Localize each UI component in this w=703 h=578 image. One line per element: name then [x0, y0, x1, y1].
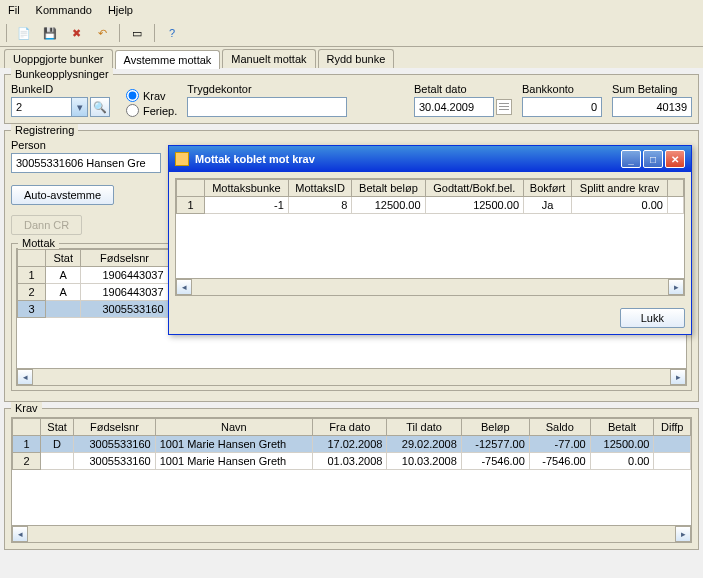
bunkeid-search-icon[interactable]: 🔍	[90, 97, 110, 117]
lukk-button[interactable]: Lukk	[620, 308, 685, 328]
bankkonto-label: Bankkonto	[522, 83, 602, 95]
dialog-title: Mottak koblet mot krav	[195, 153, 315, 165]
bunke-fieldset: Bunkeopplysninger BunkeID ▾ 🔍 Krav Ferie…	[4, 74, 699, 124]
radio-feriep[interactable]: Feriep.	[126, 104, 177, 117]
dlg-h-bb[interactable]: Betalt beløp	[352, 180, 425, 197]
krav-h-diff[interactable]: Diffp	[654, 419, 691, 436]
mottak-legend: Mottak	[18, 237, 59, 249]
scrollbar-horizontal[interactable]	[33, 369, 670, 385]
betalt-input[interactable]	[414, 97, 494, 117]
person-input[interactable]	[11, 153, 161, 173]
tab-uoppgjorte[interactable]: Uoppgjorte bunker	[4, 49, 113, 68]
tab-strip: Uoppgjorte bunker Avstemme mottak Manuel…	[0, 47, 703, 68]
table-row[interactable]: 2 3005533160 1001 Marie Hansen Greth 01.…	[13, 453, 691, 470]
new-doc-icon[interactable]: 📄	[13, 22, 35, 44]
undo-icon[interactable]: ↶	[91, 22, 113, 44]
trygdekontor-label: Trygdekontor	[187, 83, 404, 95]
scroll-right-icon[interactable]: ▸	[670, 369, 686, 385]
scrollbar-horizontal[interactable]	[28, 526, 675, 542]
krav-h-fra[interactable]: Fra dato	[313, 419, 387, 436]
toolbar: 📄 💾 ✖ ↶ ▭ ?	[0, 20, 703, 47]
krav-legend: Krav	[11, 402, 42, 414]
sum-label: Sum Betaling	[612, 83, 692, 95]
scroll-right-icon[interactable]: ▸	[675, 526, 691, 542]
krav-h-til[interactable]: Til dato	[387, 419, 461, 436]
mottak-h-stat[interactable]: Stat	[46, 250, 81, 267]
help-icon[interactable]: ?	[161, 22, 183, 44]
dann-cr-button: Dann CR	[11, 215, 82, 235]
bunkeid-input[interactable]	[11, 97, 71, 117]
reg-legend: Registrering	[11, 124, 78, 136]
bankkonto-input[interactable]	[522, 97, 602, 117]
krav-h-navn[interactable]: Navn	[155, 419, 312, 436]
menu-command[interactable]: Kommando	[36, 4, 92, 16]
close-button[interactable]: ✕	[665, 150, 685, 168]
dlg-h-mb[interactable]: Mottaksbunke	[205, 180, 289, 197]
betalt-label: Betalt dato	[414, 83, 512, 95]
table-row[interactable]: 1 D 3005533160 1001 Marie Hansen Greth 1…	[13, 436, 691, 453]
krav-h-fnr[interactable]: Fødselsnr	[74, 419, 156, 436]
bunke-legend: Bunkeopplysninger	[11, 68, 113, 80]
krav-grid[interactable]: Stat Fødselsnr Navn Fra dato Til dato Be…	[11, 417, 692, 543]
scrollbar-horizontal[interactable]	[192, 279, 668, 295]
mottak-h-fnr[interactable]: Fødselsnr	[81, 250, 168, 267]
menu-file[interactable]: Fil	[8, 4, 20, 16]
save-icon[interactable]: 💾	[39, 22, 61, 44]
menu-bar: Fil Kommando Hjelp	[0, 0, 703, 20]
dialog-icon	[175, 152, 189, 166]
dlg-h-split[interactable]: Splitt andre krav	[572, 180, 668, 197]
dlg-h-mid[interactable]: MottaksID	[288, 180, 351, 197]
scroll-right-icon[interactable]: ▸	[668, 279, 684, 295]
krav-h-saldo[interactable]: Saldo	[529, 419, 590, 436]
tab-manuelt[interactable]: Manuelt mottak	[222, 49, 315, 68]
sum-input[interactable]	[612, 97, 692, 117]
krav-h-betalt[interactable]: Betalt	[590, 419, 654, 436]
minimize-button[interactable]: _	[621, 150, 641, 168]
radio-krav[interactable]: Krav	[126, 89, 177, 102]
tab-avstemme[interactable]: Avstemme mottak	[115, 50, 221, 69]
page-icon[interactable]: ▭	[126, 22, 148, 44]
mottak-koblet-dialog: Mottak koblet mot krav _ □ ✕ Mottaksbunk…	[168, 145, 692, 335]
dialog-grid[interactable]: Mottaksbunke MottaksID Betalt beløp Godt…	[175, 178, 685, 296]
krav-fieldset: Krav Stat Fødselsnr Navn Fra dato Til da…	[4, 408, 699, 550]
bunkeid-label: BunkeID	[11, 83, 110, 95]
krav-h-stat[interactable]: Stat	[41, 419, 74, 436]
table-row[interactable]: 1 -1 8 12500.00 12500.00 Ja 0.00	[177, 197, 684, 214]
dlg-h-bokf[interactable]: Bokført	[524, 180, 572, 197]
maximize-button[interactable]: □	[643, 150, 663, 168]
scroll-left-icon[interactable]: ◂	[12, 526, 28, 542]
dialog-titlebar[interactable]: Mottak koblet mot krav _ □ ✕	[169, 146, 691, 172]
scroll-left-icon[interactable]: ◂	[17, 369, 33, 385]
menu-help[interactable]: Hjelp	[108, 4, 133, 16]
scroll-left-icon[interactable]: ◂	[176, 279, 192, 295]
krav-h-belop[interactable]: Beløp	[461, 419, 529, 436]
calendar-icon[interactable]	[496, 99, 512, 115]
auto-avstemme-button[interactable]: Auto-avstemme	[11, 185, 114, 205]
tab-rydd[interactable]: Rydd bunke	[318, 49, 395, 68]
dlg-h-gb[interactable]: Godtatt/Bokf.bel.	[425, 180, 523, 197]
delete-icon[interactable]: ✖	[65, 22, 87, 44]
bunkeid-dropdown-icon[interactable]: ▾	[71, 97, 88, 117]
trygdekontor-input[interactable]	[187, 97, 347, 117]
